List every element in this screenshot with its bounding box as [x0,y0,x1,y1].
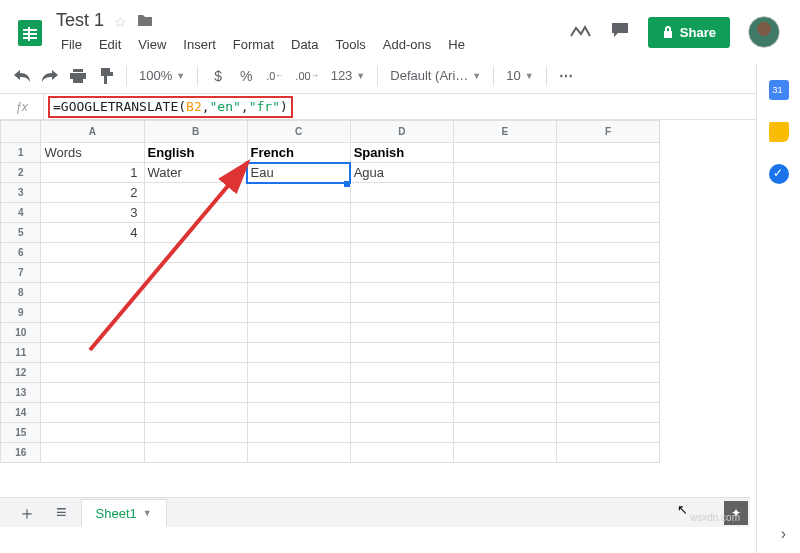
row-header[interactable]: 5 [1,223,41,243]
row-header[interactable]: 11 [1,343,41,363]
more-tools-button[interactable]: ⋯ [555,63,579,89]
row-header[interactable]: 1 [1,143,41,163]
menu-addons[interactable]: Add-ons [376,34,438,55]
cell-c2-selected[interactable]: Eau [247,163,350,183]
selection-handle[interactable] [344,181,350,187]
cell-a5[interactable]: 4 [41,223,144,243]
menu-data[interactable]: Data [284,34,325,55]
col-header[interactable]: E [453,121,556,143]
row-header[interactable]: 2 [1,163,41,183]
fx-icon: ƒx [0,94,44,119]
title-area: Test 1 ☆ File Edit View Insert Format Da… [54,10,472,55]
tasks-icon[interactable] [769,164,789,184]
redo-button[interactable] [38,63,62,89]
side-panel: › [756,64,800,553]
row-header[interactable]: 14 [1,403,41,423]
undo-button[interactable] [10,63,34,89]
row-header[interactable]: 12 [1,363,41,383]
cursor-icon: ↖ [677,502,688,517]
cell-a4[interactable]: 3 [41,203,144,223]
percent-button[interactable]: % [234,63,258,89]
cell-a2[interactable]: 1 [41,163,144,183]
cell-a1[interactable]: Words [41,143,144,163]
cell-c1[interactable]: French [247,143,350,163]
decrease-decimal-button[interactable]: .0← [262,63,287,89]
cell-d1[interactable]: Spanish [350,143,453,163]
col-header[interactable]: A [41,121,144,143]
paint-format-button[interactable] [94,63,118,89]
more-formats-dropdown[interactable]: 123▼ [327,68,370,83]
tab-sheet1[interactable]: Sheet1▼ [81,499,167,527]
document-title[interactable]: Test 1 [54,8,106,33]
keep-icon[interactable] [769,122,789,142]
col-header[interactable]: F [556,121,659,143]
row-header[interactable]: 9 [1,303,41,323]
chevron-down-icon: ▼ [143,508,152,518]
cell-a3[interactable]: 2 [41,183,144,203]
sheets-logo-icon [14,17,46,49]
menu-view[interactable]: View [131,34,173,55]
folder-icon[interactable] [137,13,153,31]
menu-help[interactable]: He [441,34,472,55]
svg-rect-4 [28,27,30,41]
menu-edit[interactable]: Edit [92,34,128,55]
spreadsheet-grid[interactable]: A B C D E F 1 Words English French Spani… [0,120,800,540]
row-header[interactable]: 16 [1,443,41,463]
menubar: File Edit View Insert Format Data Tools … [54,34,472,55]
currency-button[interactable]: $ [206,63,230,89]
star-icon[interactable]: ☆ [114,14,127,30]
col-header[interactable]: B [144,121,247,143]
share-label: Share [680,25,716,40]
zoom-dropdown[interactable]: 100%▼ [135,68,189,83]
avatar[interactable] [748,16,780,48]
row-header[interactable]: 7 [1,263,41,283]
cell-d2[interactable]: Agua [350,163,453,183]
font-dropdown[interactable]: Default (Ari…▼ [386,68,485,83]
row-header[interactable]: 8 [1,283,41,303]
font-size-dropdown[interactable]: 10▼ [502,68,537,83]
col-header[interactable]: D [350,121,453,143]
col-header[interactable]: C [247,121,350,143]
row-header[interactable]: 10 [1,323,41,343]
calendar-icon[interactable] [769,80,789,100]
chevron-right-icon[interactable]: › [781,525,786,543]
menu-file[interactable]: File [54,34,89,55]
menu-tools[interactable]: Tools [328,34,372,55]
activity-icon[interactable] [570,22,592,43]
formula-bar: ƒx =GOOGLETRANSLATE(B2, "en", "fr") [0,94,800,120]
lock-icon [662,25,674,39]
add-sheet-button[interactable]: ＋ [12,501,42,525]
print-button[interactable] [66,63,90,89]
all-sheets-button[interactable]: ≡ [50,502,73,523]
row-header[interactable]: 3 [1,183,41,203]
toolbar: 100%▼ $ % .0← .00→ 123▼ Default (Ari…▼ 1… [0,58,800,94]
increase-decimal-button[interactable]: .00→ [291,63,322,89]
row-header[interactable]: 13 [1,383,41,403]
row-header[interactable]: 15 [1,423,41,443]
formula-input[interactable]: =GOOGLETRANSLATE(B2, "en", "fr") [48,96,293,118]
cell-b2[interactable]: Water [144,163,247,183]
app-header: Test 1 ☆ File Edit View Insert Format Da… [0,0,800,58]
explore-button[interactable]: ✦ [724,501,748,525]
row-header[interactable]: 4 [1,203,41,223]
cell-b1[interactable]: English [144,143,247,163]
sheet-tabs: ＋ ≡ Sheet1▼ [0,497,750,527]
comment-icon[interactable] [610,21,630,44]
menu-insert[interactable]: Insert [176,34,223,55]
row-header[interactable]: 6 [1,243,41,263]
share-button[interactable]: Share [648,17,730,48]
menu-format[interactable]: Format [226,34,281,55]
